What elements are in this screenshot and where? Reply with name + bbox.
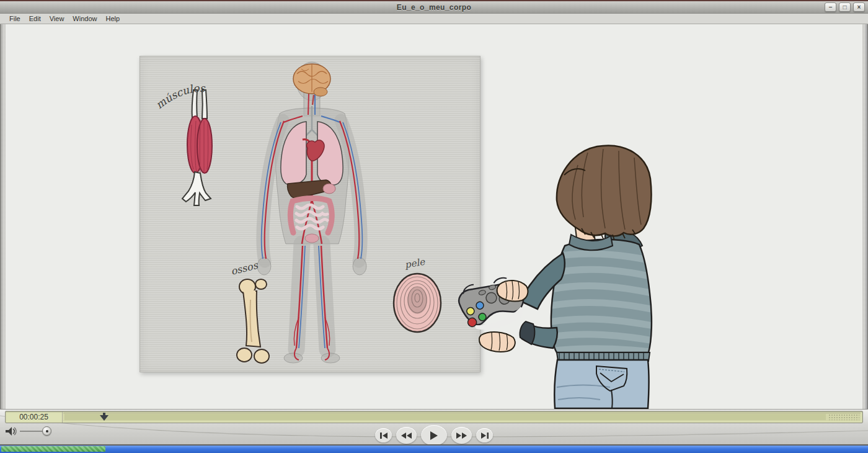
skip-forward-button[interactable] [476,428,493,442]
play-button[interactable] [421,425,447,446]
fingerprint-illustration [394,274,441,332]
window-controls: – □ × [825,2,865,12]
skip-to-start-icon [379,432,388,439]
video-display-area: músculos [6,24,862,409]
rewind-button[interactable] [396,427,417,444]
fast-forward-button[interactable] [451,427,472,444]
elapsed-time: 00:00:25 [6,411,63,423]
playhead-marker triangle-marker-icon[interactable] [100,413,108,421]
bottom-blue-bar [0,446,868,453]
menu-edit[interactable]: Edit [25,14,45,23]
minimize-icon[interactable]: – [825,2,836,12]
menu-window[interactable]: Window [69,14,100,23]
child-character-illustration [464,141,668,408]
bone-label: ossos [229,259,259,277]
maximize-icon[interactable]: □ [839,2,851,12]
hair [557,145,652,240]
muscle-label: músculos [153,82,206,111]
child-character [464,141,668,408]
titlebar[interactable]: Eu_e_o_meu_corpo – □ × [0,1,868,14]
fast-forward-icon [456,432,467,439]
window-title: Eu_e_o_meu_corpo [397,3,471,12]
jeans [554,360,649,408]
rewind-icon [401,432,412,439]
anatomy-poster: músculos [140,56,480,372]
timeline-lcd: 00:00:25 [5,411,863,423]
menu-bar: File Edit View Window Help [0,14,868,24]
menu-help[interactable]: Help [102,14,123,23]
muscle-illustration [182,90,212,205]
close-icon[interactable]: × [853,2,865,12]
player-window: Eu_e_o_meu_corpo – □ × File Edit View Wi… [0,0,868,453]
bottom-green-progress [1,446,105,452]
menu-file[interactable]: File [6,14,24,23]
anatomy-poster-illustration: músculos [140,56,481,373]
bone-illustration [237,279,269,363]
wrist-cuff [520,321,534,344]
player-control-bar: 00:00:25 [0,409,868,444]
skip-back-button[interactable] [375,428,392,442]
transport-controls [0,426,868,445]
menu-view[interactable]: View [46,14,68,23]
timeline-track[interactable] [63,413,861,421]
skin-label: pele [404,256,427,271]
skip-to-end-icon [480,432,489,439]
timeline-dimple-texture [828,414,859,420]
play-icon [429,431,439,441]
timeline-loaded [64,414,826,420]
